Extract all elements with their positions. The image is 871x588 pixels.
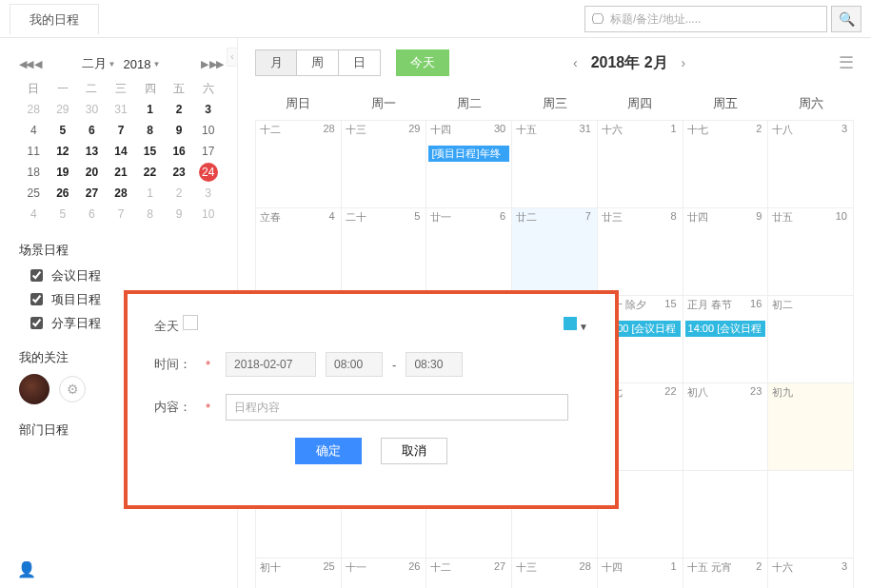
mini-day[interactable]: 12 [49, 141, 78, 162]
scene-checkbox[interactable] [30, 269, 43, 282]
mini-day[interactable]: 4 [19, 204, 49, 225]
mini-day[interactable]: 20 [77, 162, 107, 183]
calendar-cell[interactable]: 十六1 [598, 121, 683, 208]
mini-day[interactable]: 29 [49, 99, 78, 120]
mini-next[interactable]: ▶ ▶▶ [201, 58, 223, 70]
calendar-cell[interactable]: 初二 [768, 296, 854, 383]
calendar-cell[interactable]: 十三28 [512, 559, 598, 588]
list-icon[interactable]: ☰ [839, 52, 854, 73]
calendar-cell[interactable]: 二十5 [342, 208, 427, 296]
search-button[interactable]: 🔍 [831, 6, 861, 32]
calendar-cell[interactable] [768, 471, 854, 559]
mini-day[interactable]: 30 [77, 99, 107, 120]
month-next[interactable]: › [682, 55, 686, 70]
gear-icon[interactable]: ⚙ [59, 376, 86, 402]
calendar-cell[interactable]: 初八23 [683, 383, 769, 471]
mini-day[interactable]: 8 [135, 120, 165, 141]
mini-day[interactable]: 13 [77, 141, 107, 162]
date-input[interactable] [226, 352, 316, 377]
mini-day[interactable]: 25 [19, 183, 49, 204]
mini-day[interactable]: 1 [135, 99, 165, 120]
calendar-cell[interactable]: 十三29 [342, 121, 427, 208]
mini-day[interactable]: 22 [135, 162, 165, 183]
calendar-cell[interactable]: 廿四9 [683, 208, 769, 296]
calendar-cell[interactable]: 十二27 [426, 559, 512, 588]
mini-day[interactable]: 26 [49, 183, 78, 204]
mini-day[interactable]: 5 [49, 204, 78, 225]
calendar-cell[interactable]: 廿二7 [512, 208, 598, 296]
mini-day[interactable]: 7 [107, 120, 136, 141]
calendar-cell[interactable]: 十六3 [768, 559, 854, 588]
calendar-cell[interactable]: 立春4 [256, 208, 342, 296]
mini-day[interactable]: 19 [49, 162, 78, 183]
calendar-cell[interactable]: 廿一6 [426, 208, 512, 296]
mini-day[interactable]: 9 [165, 120, 194, 141]
calendar-cell[interactable]: 十八3 [768, 121, 854, 208]
mini-day[interactable]: 2 [165, 183, 194, 204]
mini-day[interactable]: 6 [77, 120, 107, 141]
scene-item[interactable]: 会议日程 [27, 266, 223, 284]
mini-day[interactable]: 10 [193, 120, 223, 141]
mini-day[interactable]: 14 [107, 141, 136, 162]
calendar-cell[interactable]: 十一26 [342, 559, 427, 588]
mini-day[interactable]: 1 [135, 183, 165, 204]
calendar-cell[interactable]: 十七2 [683, 121, 769, 208]
mini-day[interactable]: 31 [107, 99, 136, 120]
content-input[interactable] [226, 394, 568, 421]
mini-day[interactable]: 3 [193, 183, 223, 204]
view-month[interactable]: 月 [255, 49, 297, 76]
mini-day[interactable]: 10 [193, 204, 223, 225]
mini-day[interactable]: 11 [19, 141, 49, 162]
mini-year-select[interactable]: 2018▼ [124, 55, 161, 72]
mini-day[interactable]: 4 [19, 120, 49, 141]
mini-day[interactable]: 9 [165, 204, 194, 225]
event-chip[interactable]: 14:00 [会议日程 [685, 321, 766, 337]
allday-checkbox[interactable] [183, 315, 198, 330]
mini-month-select[interactable]: 二月▼ [82, 55, 116, 72]
mini-day[interactable]: 21 [107, 162, 136, 183]
event-chip[interactable]: [项目日程]年终 [428, 146, 509, 162]
calendar-cell[interactable]: 廿五10 [768, 208, 854, 296]
scene-checkbox[interactable] [30, 317, 43, 329]
search-input[interactable] [608, 11, 821, 27]
collapse-handle[interactable]: ‹ [227, 48, 238, 67]
calendar-cell[interactable]: 十五31 [512, 121, 598, 208]
start-time-input[interactable] [326, 352, 383, 377]
mini-day[interactable]: 15 [135, 141, 165, 162]
scene-checkbox[interactable] [30, 293, 43, 305]
calendar-cell[interactable]: 十四1 [598, 559, 683, 588]
today-button[interactable]: 今天 [396, 49, 449, 76]
calendar-cell[interactable]: 初十25 [256, 559, 342, 588]
mini-day[interactable]: 7 [107, 204, 136, 225]
mini-day[interactable]: 17 [193, 141, 223, 162]
mini-day[interactable]: 3 [193, 99, 223, 120]
calendar-cell[interactable] [683, 471, 769, 559]
calendar-cell[interactable]: 十二28 [256, 121, 342, 208]
mini-day[interactable]: 8 [135, 204, 165, 225]
mini-day[interactable]: 24 [193, 162, 223, 183]
view-week[interactable]: 周 [297, 49, 339, 76]
calendar-cell[interactable]: 初九 [768, 383, 854, 471]
ok-button[interactable]: 确定 [295, 438, 362, 464]
view-day[interactable]: 日 [339, 49, 381, 76]
mini-day[interactable]: 2 [165, 99, 194, 120]
cancel-button[interactable]: 取消 [381, 438, 447, 464]
color-picker[interactable]: ▼ [564, 317, 588, 333]
month-prev[interactable]: ‹ [573, 55, 578, 70]
mini-day[interactable]: 16 [165, 141, 194, 162]
mini-day[interactable]: 5 [49, 120, 78, 141]
calendar-cell[interactable]: 十五 元宵2 [683, 559, 769, 588]
mini-day[interactable]: 23 [165, 162, 194, 183]
end-time-input[interactable] [406, 352, 463, 377]
tab-my-schedule[interactable]: 我的日程 [10, 4, 99, 34]
avatar[interactable] [19, 374, 49, 404]
mini-prev[interactable]: ◀◀ ◀ [19, 58, 41, 70]
calendar-cell[interactable]: 十四30[项目日程]年终 [426, 121, 512, 208]
mini-day[interactable]: 28 [19, 99, 49, 120]
person-icon[interactable]: 👤 [17, 560, 36, 578]
calendar-cell[interactable]: 廿三8 [598, 208, 683, 296]
mini-day[interactable]: 18 [19, 162, 49, 183]
mini-day[interactable]: 28 [107, 183, 136, 204]
mini-day[interactable]: 6 [77, 204, 107, 225]
calendar-cell[interactable]: 正月 春节1614:00 [会议日程 [683, 296, 769, 383]
